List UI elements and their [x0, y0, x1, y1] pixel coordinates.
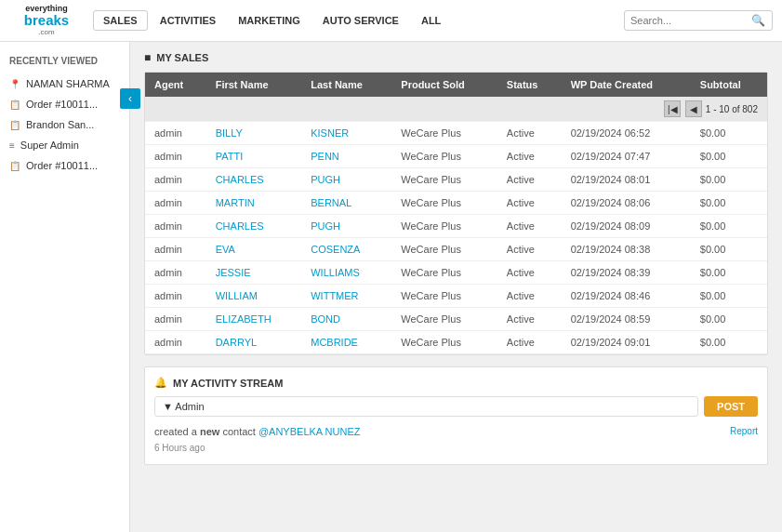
col-date-created: WP Date Created — [562, 73, 691, 97]
sidebar-item-3[interactable]: ≡ Super Admin — [0, 135, 129, 155]
table-row: admin JESSIE WILLIAMS WeCare Plus Active… — [145, 261, 767, 285]
cell-first-2[interactable]: CHARLES — [206, 168, 302, 192]
cell-last-3[interactable]: BERNAL — [301, 192, 391, 215]
search-input[interactable] — [630, 15, 751, 26]
cell-date-7: 02/19/2024 08:46 — [562, 285, 691, 308]
search-icon: 🔍 — [751, 14, 765, 27]
activity-mention[interactable]: @ANYBELKA NUNEZ — [258, 426, 361, 437]
nav-auto-service[interactable]: AUTO SERVICE — [312, 10, 409, 31]
cell-product-2: WeCare Plus — [391, 168, 497, 192]
logo-com-text: .com — [38, 28, 54, 36]
activity-input[interactable] — [154, 396, 698, 417]
main-layout: Recently Viewed 📍 NAMAN SHARMA 📋 Order #… — [0, 42, 782, 532]
cell-last-1[interactable]: PENN — [301, 145, 391, 168]
cell-date-5: 02/19/2024 08:38 — [562, 238, 691, 261]
sidebar-item-4[interactable]: 📋 Order #10011... — [0, 155, 129, 176]
cell-status-5: Active — [497, 238, 562, 261]
activity-report-link[interactable]: Report — [730, 424, 758, 438]
activity-bold: new — [200, 426, 219, 437]
cell-product-4: WeCare Plus — [391, 215, 497, 238]
nav-activities[interactable]: ACTIVITIES — [150, 10, 227, 31]
sidebar-item-1[interactable]: 📋 Order #10011... — [0, 94, 129, 114]
pagination-row: |◀ ◀ 1 - 10 of 802 — [145, 97, 767, 122]
cell-status-3: Active — [497, 192, 562, 215]
first-page-button[interactable]: |◀ — [664, 100, 681, 117]
pagination-cell: |◀ ◀ 1 - 10 of 802 — [145, 97, 767, 122]
cell-date-4: 02/19/2024 08:09 — [562, 215, 691, 238]
pin-icon: 📍 — [9, 79, 20, 89]
cell-status-7: Active — [497, 285, 562, 308]
cell-last-6[interactable]: WILLIAMS — [301, 261, 391, 285]
cell-subtotal-5: $0.00 — [691, 238, 767, 261]
table-header-row: Agent First Name Last Name Product Sold … — [145, 73, 767, 97]
cell-first-7[interactable]: WILLIAM — [206, 285, 302, 308]
activity-timestamp: 6 Hours ago — [154, 443, 205, 453]
cell-first-0[interactable]: BILLY — [206, 122, 302, 145]
cell-first-1[interactable]: PATTI — [206, 145, 302, 168]
cell-date-1: 02/19/2024 07:47 — [562, 145, 691, 168]
sidebar-item-label-1: Order #10011... — [26, 99, 98, 110]
top-navigation: everything breaks .com SALES ACTIVITIES … — [0, 0, 782, 42]
cell-product-0: WeCare Plus — [391, 122, 497, 145]
nav-marketing[interactable]: MARKETING — [228, 10, 311, 31]
cell-last-9[interactable]: MCBRIDE — [301, 331, 391, 354]
cell-first-4[interactable]: CHARLES — [206, 215, 302, 238]
post-button[interactable]: POST — [704, 396, 758, 417]
sidebar-title: Recently Viewed — [0, 51, 129, 73]
cell-last-4[interactable]: PUGH — [301, 215, 391, 238]
cell-last-8[interactable]: BOND — [301, 308, 391, 331]
cell-subtotal-3: $0.00 — [691, 192, 767, 215]
table-row: admin MARTIN BERNAL WeCare Plus Active 0… — [145, 192, 767, 215]
activity-text-2: contact — [222, 426, 258, 437]
cell-product-1: WeCare Plus — [391, 145, 497, 168]
cell-product-9: WeCare Plus — [391, 331, 497, 354]
cell-agent-9: admin — [145, 331, 206, 354]
cell-subtotal-2: $0.00 — [691, 168, 767, 192]
sidebar-item-0[interactable]: 📍 NAMAN SHARMA — [0, 73, 129, 94]
cell-last-0[interactable]: KISNER — [301, 122, 391, 145]
cell-subtotal-7: $0.00 — [691, 285, 767, 308]
cell-last-5[interactable]: COSENZA — [301, 238, 391, 261]
sidebar: Recently Viewed 📍 NAMAN SHARMA 📋 Order #… — [0, 42, 130, 532]
cell-first-5[interactable]: EVA — [206, 238, 302, 261]
cell-first-9[interactable]: DARRYL — [206, 331, 302, 354]
sidebar-item-label-0: NAMAN SHARMA — [26, 78, 110, 89]
cell-agent-5: admin — [145, 238, 206, 261]
cell-status-9: Active — [497, 331, 562, 354]
table-row: admin PATTI PENN WeCare Plus Active 02/1… — [145, 145, 767, 168]
table-row: admin CHARLES PUGH WeCare Plus Active 02… — [145, 215, 767, 238]
sidebar-toggle-button[interactable]: ‹ — [120, 88, 140, 109]
cell-date-9: 02/19/2024 09:01 — [562, 331, 691, 354]
cell-last-2[interactable]: PUGH — [301, 168, 391, 192]
table-row: admin DARRYL MCBRIDE WeCare Plus Active … — [145, 331, 767, 354]
sidebar-item-label-3: Super Admin — [20, 140, 79, 151]
cell-agent-0: admin — [145, 122, 206, 145]
search-box: 🔍 — [624, 10, 773, 31]
sales-section-title: MY SALES — [156, 52, 208, 63]
activity-text-1: created a — [154, 426, 200, 437]
table-row: admin WILLIAM WITTMER WeCare Plus Active… — [145, 285, 767, 308]
cell-subtotal-9: $0.00 — [691, 331, 767, 354]
sales-section-icon: ■ — [144, 51, 151, 64]
order-icon-1: 📋 — [9, 100, 20, 110]
sidebar-item-label-2: Brandon San... — [26, 119, 94, 130]
cell-status-2: Active — [497, 168, 562, 192]
nav-sales[interactable]: SALES — [93, 10, 148, 31]
cell-first-3[interactable]: MARTIN — [206, 192, 302, 215]
cell-agent-4: admin — [145, 215, 206, 238]
cell-first-8[interactable]: ELIZABETH — [206, 308, 302, 331]
nav-all[interactable]: ALL — [411, 10, 451, 31]
cell-subtotal-0: $0.00 — [691, 122, 767, 145]
sales-table-container: Agent First Name Last Name Product Sold … — [144, 72, 768, 355]
cell-first-6[interactable]: JESSIE — [206, 261, 302, 285]
cell-status-6: Active — [497, 261, 562, 285]
prev-page-button[interactable]: ◀ — [685, 100, 702, 117]
sidebar-item-2[interactable]: 📋 Brandon San... — [0, 114, 129, 135]
cell-subtotal-1: $0.00 — [691, 145, 767, 168]
activity-section: 🔔 MY ACTIVITY STREAM POST created a new … — [144, 366, 768, 465]
cell-last-7[interactable]: WITTMER — [301, 285, 391, 308]
cell-agent-2: admin — [145, 168, 206, 192]
sidebar-item-label-4: Order #10011... — [26, 160, 98, 171]
col-last-name: Last Name — [301, 73, 391, 97]
sales-table: Agent First Name Last Name Product Sold … — [145, 73, 767, 354]
